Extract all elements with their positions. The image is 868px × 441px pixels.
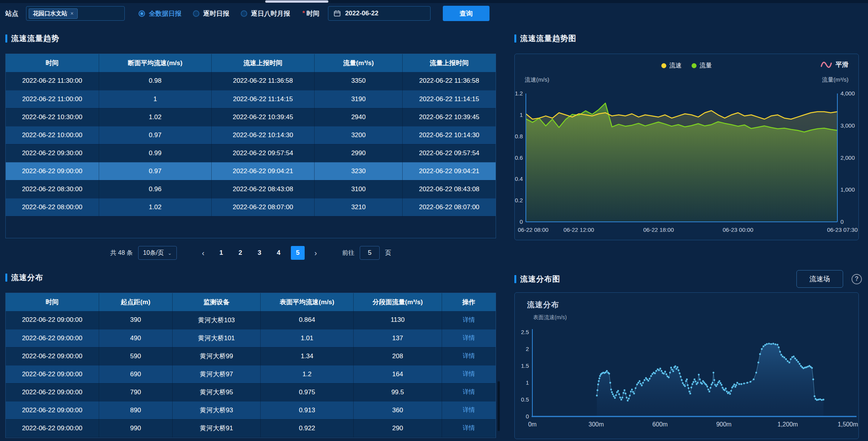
table-cell: 2022-06-22 10:00:00 (6, 126, 99, 144)
column-header: 流量(m³/s) (314, 54, 402, 72)
page-number-1[interactable]: 1 (214, 246, 228, 260)
action-cell: 详情 (442, 329, 496, 347)
title-accent-bar (514, 275, 516, 283)
table-cell: 2940 (314, 108, 402, 126)
table-cell: 360 (354, 401, 442, 419)
svg-text:4,000: 4,000 (840, 90, 855, 97)
table-cell: 2022-06-22 10:39:45 (212, 108, 315, 126)
top-scroll-indicator[interactable] (265, 0, 328, 3)
detail-link[interactable]: 详情 (463, 352, 475, 359)
column-header: 时间 (6, 293, 99, 311)
goto-page-input[interactable]: 5 (360, 246, 380, 260)
table-cell: 3350 (314, 72, 402, 90)
table-row[interactable]: 2022-06-22 09:00:00890黄河大桥930.913360详情 (6, 401, 496, 419)
table-header-row: 时间断面平均流速(m/s)流速上报时间流量(m³/s)流量上报时间 (6, 54, 496, 72)
table-row[interactable]: 2022-06-22 09:00:00490黄河大桥1011.01137详情 (6, 329, 496, 347)
page-number-3[interactable]: 3 (253, 246, 266, 260)
table-row[interactable]: 2022-06-22 09:00:000.972022-06-22 09:04:… (6, 162, 496, 180)
svg-text:2: 2 (526, 346, 529, 352)
next-page-button[interactable]: › (310, 249, 321, 257)
radio-option-2[interactable]: 逐日八时月报 (241, 9, 290, 18)
detail-link[interactable]: 详情 (463, 407, 475, 413)
radio-option-1[interactable]: 逐时日报 (193, 9, 229, 18)
table-cell: 1.02 (99, 108, 211, 126)
table-cell: 0.98 (99, 72, 211, 90)
table-cell: 2022-06-22 10:14:30 (212, 126, 315, 144)
station-select[interactable]: 花园口水文站 × (26, 6, 125, 21)
detail-link[interactable]: 详情 (463, 425, 475, 431)
detail-link[interactable]: 详情 (463, 316, 475, 323)
detail-link[interactable]: 详情 (463, 389, 475, 395)
table-cell: 0.96 (99, 180, 211, 198)
page-numbers: 12345 (214, 246, 305, 260)
table-row[interactable]: 2022-06-22 09:00:00590黄河大桥991.34208详情 (6, 347, 496, 365)
svg-text:1.2: 1.2 (515, 90, 523, 97)
trend-chart: 00.20.40.60.811.201,0002,0003,0004,00006… (515, 54, 859, 241)
page-number-4[interactable]: 4 (272, 246, 286, 260)
table-row[interactable]: 2022-06-22 10:00:000.972022-06-22 10:14:… (6, 126, 496, 144)
table-row[interactable]: 2022-06-22 08:00:001.022022-06-22 08:07:… (6, 198, 496, 216)
date-picker[interactable]: 2022-06-22 (328, 6, 431, 21)
title-accent-bar (5, 274, 7, 282)
table-row[interactable]: 2022-06-22 09:30:000.992022-06-22 09:57:… (6, 144, 496, 162)
legend-item[interactable]: 流速 (661, 62, 682, 70)
table-cell: 890 (99, 401, 172, 419)
svg-text:0: 0 (520, 218, 523, 225)
table-cell: 黄河大桥99 (172, 347, 260, 365)
radio-icon (139, 10, 145, 17)
table-cell: 1.2 (261, 365, 354, 383)
svg-text:1.5: 1.5 (521, 362, 529, 369)
table-row[interactable]: 2022-06-22 09:00:00690黄河大桥971.2164详情 (6, 365, 496, 383)
filter-bar: 站点 花园口水文站 × 全数据日报逐时日报逐日八时月报 * 时间 2022-06… (0, 3, 868, 24)
table-row[interactable]: 2022-06-22 10:30:001.022022-06-22 10:39:… (6, 108, 496, 126)
svg-text:1,200m: 1,200m (778, 421, 798, 428)
svg-text:0m: 0m (528, 421, 537, 428)
smooth-toggle[interactable]: 平滑 (820, 60, 848, 69)
legend-item[interactable]: 流量 (692, 62, 712, 70)
table-cell: 790 (99, 383, 172, 401)
dist-chart-header: 流速分布图 流速场 ? (514, 269, 862, 289)
page-number-5[interactable]: 5 (291, 246, 305, 260)
table-cell: 390 (99, 311, 172, 329)
column-header: 时间 (6, 54, 99, 72)
radio-option-0[interactable]: 全数据日报 (139, 9, 181, 18)
table-cell: 590 (99, 347, 172, 365)
table-cell: 3190 (314, 90, 402, 108)
page-size-select[interactable]: 10条/页 ⌄ (138, 246, 177, 260)
table-cell: 1.01 (261, 329, 354, 347)
query-button[interactable]: 查询 (443, 6, 489, 21)
svg-text:0: 0 (526, 413, 529, 420)
remove-station-icon[interactable]: × (70, 10, 73, 16)
table-cell: 0.864 (261, 311, 354, 329)
prev-page-button[interactable]: ‹ (197, 249, 209, 257)
table-cell: 2022-06-22 08:07:00 (212, 198, 315, 216)
table-cell: 164 (354, 365, 442, 383)
right-axis-title: 流量(m³/s) (822, 76, 848, 84)
table-cell: 2022-06-22 09:00:00 (6, 401, 99, 419)
help-icon[interactable]: ? (852, 274, 862, 284)
scrollbar-thumb[interactable] (498, 381, 500, 431)
table-cell: 0.975 (261, 383, 354, 401)
date-value: 2022-06-22 (345, 10, 379, 17)
table-cell: 0.97 (99, 162, 211, 180)
table-row[interactable]: 2022-06-22 08:30:000.962022-06-22 08:43:… (6, 180, 496, 198)
legend-dot-icon (661, 63, 666, 68)
chevron-down-icon: ⌄ (168, 250, 172, 256)
table-cell: 2022-06-22 10:39:45 (403, 108, 496, 126)
table-row[interactable]: 2022-06-22 09:00:00990黄河大桥910.922290详情 (6, 419, 496, 437)
page-number-2[interactable]: 2 (233, 246, 247, 260)
table-row[interactable]: 2022-06-22 11:30:000.982022-06-22 11:36:… (6, 72, 496, 90)
table-row[interactable]: 2022-06-22 09:00:00790黄河大桥950.97599.5详情 (6, 383, 496, 401)
radio-icon (193, 10, 199, 17)
table-cell: 2022-06-22 09:00:00 (6, 383, 99, 401)
table-cell: 2022-06-22 09:00:00 (6, 347, 99, 365)
svg-text:06-22 08:00: 06-22 08:00 (518, 226, 548, 233)
velocity-field-button[interactable]: 流速场 (796, 270, 843, 288)
table-row[interactable]: 2022-06-22 11:00:0012022-06-22 11:14:153… (6, 90, 496, 108)
table-row[interactable]: 2022-06-22 09:00:00390黄河大桥1030.8641130详情 (6, 311, 496, 329)
detail-link[interactable]: 详情 (463, 334, 475, 341)
detail-link[interactable]: 详情 (463, 371, 475, 377)
radio-label: 逐时日报 (203, 9, 229, 18)
column-header: 操作 (442, 293, 496, 311)
dist-table-box: 时间起点距(m)监测设备表面平均流速(m/s)分段面流量(m³/s)操作2022… (5, 293, 496, 438)
